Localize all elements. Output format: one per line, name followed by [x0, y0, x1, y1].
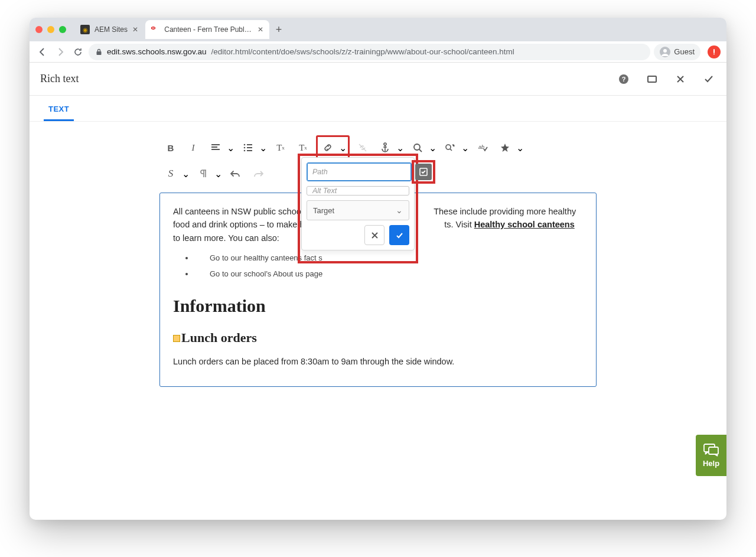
popover-cancel-button[interactable] — [364, 225, 384, 245]
extension-badge[interactable] — [708, 45, 721, 58]
chevron-down-icon[interactable]: ⌄ — [227, 142, 234, 154]
tab-title: AEM Sites — [94, 25, 128, 34]
subscript-button[interactable]: Tx — [272, 137, 289, 158]
chevron-down-icon[interactable]: ⌄ — [214, 168, 222, 180]
browser-tab[interactable]: ◉ AEM Sites ✕ — [74, 20, 144, 39]
popover-apply-button[interactable] — [389, 225, 409, 245]
address-bar[interactable]: edit.sws.schools.nsw.gov.au/editor.html/… — [89, 44, 650, 60]
chevron-down-icon[interactable]: ⌄ — [339, 142, 347, 154]
dialog-tabs: TEXT — [30, 96, 726, 122]
svg-rect-7 — [648, 76, 656, 82]
help-widget[interactable]: Help — [696, 435, 726, 476]
minimize-window[interactable] — [47, 26, 54, 33]
highlight-open-dialog — [412, 160, 435, 184]
editor-area: B I ⌄ ⌄ Tx Tx — [30, 122, 726, 520]
url-path: /editor.html/content/doe/sws/schools/z/z… — [211, 47, 514, 56]
done-icon[interactable] — [702, 72, 716, 86]
alt-text-input[interactable] — [307, 186, 409, 196]
source-edit-button[interactable]: S — [162, 163, 180, 184]
spellcheck-button[interactable]: ab — [474, 137, 491, 158]
list-item[interactable]: Go to our school's About us page — [194, 266, 583, 282]
chevron-down-icon[interactable]: ⌄ — [259, 142, 267, 154]
svg-rect-17 — [709, 447, 718, 454]
guest-label: Guest — [674, 47, 695, 56]
forward-button[interactable] — [53, 45, 67, 59]
chevron-down-icon[interactable]: ⌄ — [396, 142, 404, 154]
close-icon[interactable] — [673, 72, 687, 86]
profile-chip[interactable]: Guest — [654, 44, 700, 60]
browser-tab-strip: ◉ AEM Sites ✕ Canteen - Fern Tree Public… — [30, 18, 726, 41]
maximize-window[interactable] — [59, 26, 66, 33]
browser-toolbar: edit.sws.schools.nsw.gov.au/editor.html/… — [30, 41, 726, 63]
tab-title: Canteen - Fern Tree Public Sch — [164, 25, 253, 34]
anchor-marker-icon — [173, 335, 180, 342]
chevron-down-icon[interactable]: ⌄ — [182, 168, 190, 180]
content-link[interactable]: Healthy school canteens — [474, 220, 575, 229]
browser-window: ◉ AEM Sites ✕ Canteen - Fern Tree Public… — [30, 18, 726, 520]
paragraph[interactable]: Lunch orders can be placed from 8:30am t… — [173, 355, 583, 368]
favicon: ◉ — [80, 25, 90, 34]
hyperlink-popover: Target — [301, 157, 415, 250]
url-host: edit.sws.schools.nsw.gov.au — [107, 47, 207, 56]
target-label: Target — [313, 206, 334, 215]
chat-icon — [703, 444, 719, 457]
reload-button[interactable] — [71, 45, 85, 59]
chevron-down-icon[interactable]: ⌄ — [429, 142, 436, 154]
browser-tab-active[interactable]: Canteen - Fern Tree Public Sch ✕ — [145, 20, 269, 39]
new-tab-button[interactable]: + — [271, 21, 287, 38]
path-input[interactable] — [307, 162, 412, 181]
fullscreen-icon[interactable] — [645, 72, 659, 86]
svg-point-13 — [446, 145, 451, 149]
target-select[interactable]: Target — [307, 200, 409, 220]
italic-button[interactable]: I — [184, 137, 202, 158]
help-icon[interactable]: ? — [617, 72, 631, 86]
dialog-title: Rich text — [40, 73, 79, 85]
list-button[interactable] — [239, 137, 257, 158]
heading-h3[interactable]: Lunch orders — [173, 328, 583, 348]
chevron-down-icon[interactable]: ⌄ — [461, 142, 469, 154]
svg-point-12 — [414, 144, 420, 150]
close-tab-icon[interactable]: ✕ — [132, 25, 138, 34]
svg-point-4 — [663, 49, 667, 53]
undo-button[interactable] — [227, 163, 245, 184]
tab-text[interactable]: TEXT — [44, 97, 74, 121]
svg-text:?: ? — [622, 76, 626, 83]
svg-point-11 — [384, 143, 386, 145]
window-controls[interactable] — [35, 26, 66, 33]
favicon — [151, 25, 159, 34]
close-tab-icon[interactable]: ✕ — [258, 25, 263, 34]
back-button[interactable] — [35, 45, 50, 59]
chevron-down-icon[interactable]: ⌄ — [516, 142, 524, 154]
person-icon — [660, 47, 670, 57]
paraformat-button[interactable] — [194, 163, 212, 184]
svg-point-9 — [244, 147, 246, 149]
bold-button[interactable]: B — [162, 137, 180, 158]
svg-point-10 — [244, 150, 246, 152]
find-replace-button[interactable] — [441, 137, 459, 158]
special-chars-button[interactable] — [496, 137, 514, 158]
heading-h2[interactable]: Information — [173, 292, 583, 320]
svg-point-8 — [244, 144, 246, 146]
help-label: Help — [703, 459, 719, 468]
svg-rect-2 — [97, 51, 102, 55]
close-window[interactable] — [35, 26, 43, 33]
redo-button — [249, 163, 267, 184]
align-button[interactable] — [207, 137, 224, 158]
lock-icon — [96, 48, 102, 56]
dialog-header: Rich text ? — [30, 63, 726, 96]
